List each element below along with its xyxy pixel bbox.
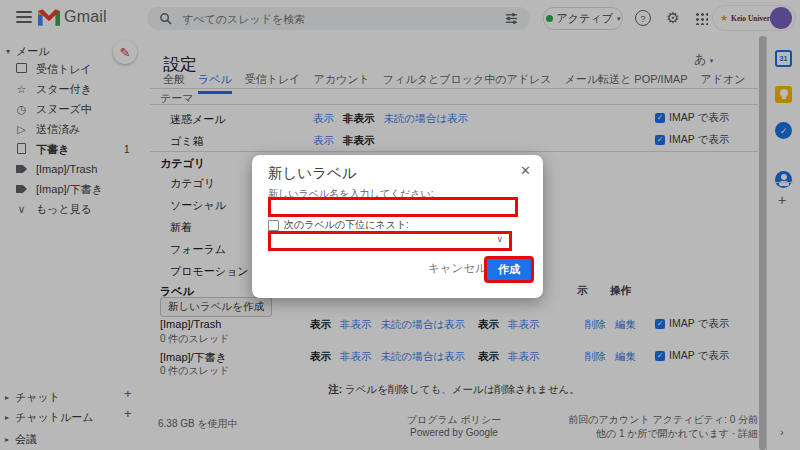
cancel-button[interactable]: キャンセル bbox=[428, 261, 487, 276]
close-icon[interactable]: ✕ bbox=[520, 163, 531, 178]
create-button[interactable]: 作成 bbox=[484, 256, 534, 283]
label-name-input[interactable] bbox=[268, 197, 518, 217]
nest-option-row: 次のラベルの下位にネスト: bbox=[268, 218, 409, 232]
nest-option-label: 次のラベルの下位にネスト: bbox=[284, 218, 409, 232]
parent-label-select[interactable]: ∨ bbox=[268, 231, 512, 251]
dialog-title: 新しいラベル bbox=[268, 164, 357, 183]
gmail-settings-page: Gmail アクティブ ▾ ? ⚙ ★ Keio University ▾ メー… bbox=[0, 0, 800, 450]
checkbox-unchecked-icon[interactable] bbox=[268, 220, 279, 231]
chevron-down-icon: ∨ bbox=[496, 234, 503, 244]
new-label-dialog: 新しいラベル ✕ 新しいラベル名を入力してください: 次のラベルの下位にネスト:… bbox=[252, 155, 543, 298]
